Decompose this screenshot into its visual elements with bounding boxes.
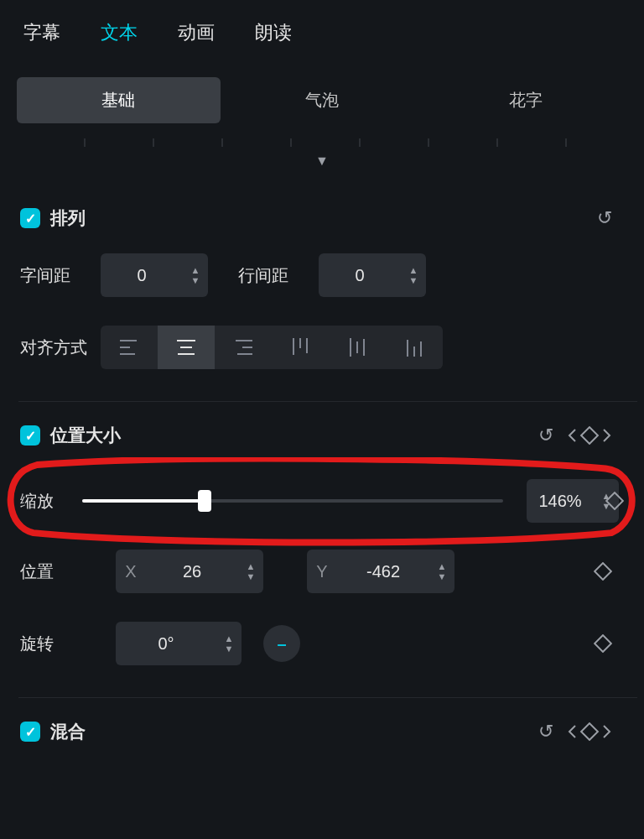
label-scale: 缩放 <box>20 490 82 513</box>
stepper-icon[interactable]: ▲▼ <box>429 561 454 581</box>
svg-rect-20 <box>595 563 611 580</box>
sub-tab-bar: 基础 气泡 花字 <box>17 77 627 123</box>
rotation-input[interactable]: 0° ▲▼ <box>116 622 242 665</box>
check-icon[interactable]: ✓ <box>20 425 40 446</box>
section-header-position-size: ✓ 位置大小 ↺ <box>18 409 637 462</box>
section-title-blend: 混合 <box>50 720 86 743</box>
align-vertical-top-button[interactable] <box>272 326 329 369</box>
svg-rect-18 <box>581 427 598 444</box>
top-tab-bar: 字幕 文本 动画 朗读 <box>0 0 644 57</box>
svg-rect-21 <box>595 635 611 652</box>
row-spacing: 字间距 0 ▲▼ 行间距 0 ▲▼ <box>18 245 637 305</box>
align-left-button[interactable] <box>101 326 158 369</box>
subtab-bubble[interactable]: 气泡 <box>221 77 424 123</box>
section-header-blend: ✓ 混合 ↺ <box>18 705 637 758</box>
label-rotation: 旋转 <box>20 633 82 655</box>
check-icon[interactable]: ✓ <box>20 722 40 742</box>
position-y-input[interactable]: Y -462 ▲▼ <box>307 550 454 593</box>
section-title-position-size: 位置大小 <box>50 424 121 447</box>
row-rotation: 旋转 0° ▲▼ – <box>18 613 637 674</box>
keyframe-icon[interactable] <box>587 634 619 653</box>
align-button-group <box>101 326 443 369</box>
scale-slider[interactable] <box>82 499 503 503</box>
align-right-button[interactable] <box>215 326 272 369</box>
label-position: 位置 <box>20 560 82 583</box>
keyframe-icon[interactable] <box>599 492 631 510</box>
row-position: 位置 X 26 ▲▼ Y -462 ▲▼ <box>18 541 637 602</box>
label-char-spacing: 字间距 <box>20 264 101 287</box>
keyframe-nav-icon[interactable] <box>560 722 619 741</box>
line-spacing-input[interactable]: 0 ▲▼ <box>319 253 426 297</box>
row-align: 对齐方式 <box>18 317 637 378</box>
section-header-arrange: ✓ 排列 ↺ <box>18 191 637 245</box>
tab-animation[interactable]: 动画 <box>178 20 215 45</box>
reset-icon[interactable]: ↺ <box>590 207 619 229</box>
tab-read-aloud[interactable]: 朗读 <box>255 20 292 45</box>
reset-icon[interactable]: ↺ <box>532 425 560 446</box>
stepper-icon[interactable]: ▲▼ <box>238 561 263 581</box>
stepper-icon[interactable]: ▲▼ <box>183 265 208 285</box>
chevron-down-icon: ▼ <box>315 154 329 168</box>
align-vertical-bottom-button[interactable] <box>386 326 443 369</box>
keyframe-icon[interactable] <box>587 562 619 581</box>
keyframe-nav-icon[interactable] <box>560 426 619 445</box>
subtab-fancy-text[interactable]: 花字 <box>423 77 627 123</box>
row-scale: 缩放 146% ▲▼ <box>18 471 637 531</box>
section-title-arrange: 排列 <box>50 206 86 230</box>
reset-icon[interactable]: ↺ <box>532 721 560 743</box>
check-icon[interactable]: ✓ <box>20 208 40 228</box>
align-vertical-center-button[interactable] <box>329 326 386 369</box>
svg-rect-22 <box>581 723 598 740</box>
svg-rect-19 <box>606 492 623 509</box>
label-align: 对齐方式 <box>20 336 101 359</box>
subtab-basic[interactable]: 基础 <box>17 77 221 123</box>
stepper-icon[interactable]: ▲▼ <box>216 633 242 654</box>
align-center-button[interactable] <box>158 326 215 369</box>
stepper-icon[interactable]: ▲▼ <box>401 265 426 285</box>
collapse-bar[interactable]: ▼ <box>0 138 644 169</box>
label-line-spacing: 行间距 <box>238 264 319 287</box>
rotation-dial[interactable]: – <box>263 625 300 662</box>
position-x-input[interactable]: X 26 ▲▼ <box>116 550 263 593</box>
tab-subtitle[interactable]: 字幕 <box>23 20 60 45</box>
char-spacing-input[interactable]: 0 ▲▼ <box>101 253 208 297</box>
tab-text[interactable]: 文本 <box>101 20 138 45</box>
